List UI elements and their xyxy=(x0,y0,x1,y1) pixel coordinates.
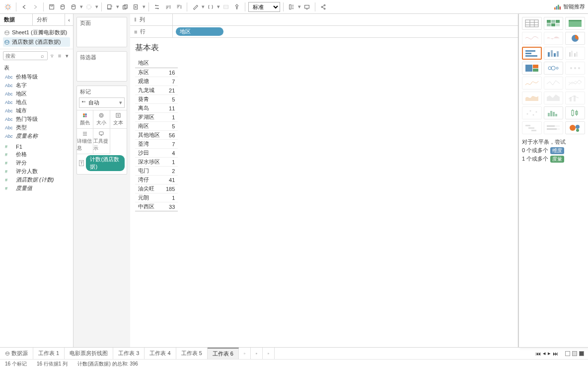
field-dimension[interactable]: Abc名字 xyxy=(3,81,73,90)
table-row[interactable]: 九龙城21 xyxy=(135,86,178,95)
sheet-tab[interactable]: 工作表 3 xyxy=(113,348,145,359)
undo-icon[interactable] xyxy=(19,2,29,12)
show-me-histogram[interactable] xyxy=(544,106,564,119)
refresh-icon[interactable] xyxy=(69,2,78,12)
marks-text[interactable]: 文本 xyxy=(110,110,127,129)
highlight-icon[interactable] xyxy=(190,2,200,12)
sheet-tab[interactable]: 工作表 5 xyxy=(176,348,208,359)
group-icon[interactable] xyxy=(206,2,216,12)
show-me-scatter[interactable] xyxy=(522,106,542,119)
new-datasource-icon[interactable] xyxy=(58,2,68,12)
show-me-bullet[interactable] xyxy=(544,121,564,134)
view-toggle-icon[interactable]: ≡ xyxy=(57,53,63,59)
show-me-area-c[interactable] xyxy=(522,92,542,104)
field-measure[interactable]: #评分 xyxy=(3,159,73,167)
field-measure[interactable]: #度量值 xyxy=(3,184,73,192)
field-measure[interactable]: #F1 xyxy=(3,143,73,150)
redo-icon[interactable] xyxy=(30,2,40,12)
table-row[interactable]: 东区16 xyxy=(135,68,178,77)
viz-title[interactable]: 基本表 xyxy=(135,43,513,53)
chevron-down-icon[interactable]: ▾ xyxy=(297,3,301,10)
marks-size[interactable]: 大小 xyxy=(93,110,110,129)
field-dimension[interactable]: Abc价格等级 xyxy=(3,73,73,81)
show-me-hbar[interactable] xyxy=(522,47,542,60)
marks-type-select[interactable]: 自动 ▾ xyxy=(79,97,125,108)
new-sheet-button[interactable] xyxy=(239,348,251,359)
swap-icon[interactable] xyxy=(152,2,162,12)
show-me-map-fill[interactable] xyxy=(544,32,564,45)
field-dimension[interactable]: Abc热门等级 xyxy=(3,115,73,123)
show-me-heat[interactable] xyxy=(544,17,564,30)
field-measure[interactable]: #酒店数据 (计数) xyxy=(3,176,73,184)
field-dimension[interactable]: Abc地区 xyxy=(3,90,73,98)
chevron-down-icon[interactable]: ▾ xyxy=(201,3,205,10)
show-me-line-c[interactable] xyxy=(522,77,542,90)
tab-analysis[interactable]: 分析 xyxy=(33,14,66,25)
filter-icon[interactable]: ▿ xyxy=(49,53,55,59)
clear-icon[interactable] xyxy=(131,2,141,12)
tab-nav[interactable]: ⏮◂▸⏭ xyxy=(531,348,588,359)
share-icon[interactable] xyxy=(318,2,328,12)
new-worksheet-icon[interactable] xyxy=(105,2,115,12)
table-row[interactable]: 沙田4 xyxy=(135,149,178,158)
chevron-down-icon[interactable]: ▾ xyxy=(64,53,70,59)
show-me-gantt[interactable] xyxy=(522,121,542,134)
show-me-dual-line[interactable] xyxy=(565,77,585,90)
show-me-vbar[interactable] xyxy=(544,47,564,60)
show-me-packed[interactable] xyxy=(565,121,585,134)
table-row[interactable]: 罗湖区1 xyxy=(135,113,178,122)
rows-pill-region[interactable]: 地区 xyxy=(176,27,223,36)
save-icon[interactable] xyxy=(47,2,57,12)
show-me-sidebyside[interactable] xyxy=(565,47,585,60)
field-measure[interactable]: #评分人数 xyxy=(3,167,73,176)
show-me-circleview[interactable] xyxy=(544,62,564,75)
totals-icon[interactable] xyxy=(221,2,231,12)
table-row[interactable]: 观塘7 xyxy=(135,77,178,86)
marks-color[interactable]: 颜色 xyxy=(77,110,93,129)
table-row[interactable]: 油尖旺185 xyxy=(135,184,178,193)
show-me-sidecircle[interactable] xyxy=(565,62,585,75)
presentation-icon[interactable] xyxy=(302,2,312,12)
show-me-table[interactable] xyxy=(522,17,542,30)
sort-desc-icon[interactable] xyxy=(174,2,184,12)
marks-tooltip[interactable]: 工具提示 xyxy=(93,129,110,154)
view-filmstrip-icon[interactable] xyxy=(572,351,577,356)
sheet-tab[interactable]: 工作表 4 xyxy=(145,348,176,359)
show-me-line-d[interactable] xyxy=(544,77,564,90)
new-dashboard-button[interactable] xyxy=(251,348,263,359)
table-row[interactable]: 湾仔41 xyxy=(135,176,178,184)
pin-icon[interactable] xyxy=(232,2,242,12)
field-dimension[interactable]: Abc度量名称 xyxy=(3,132,73,140)
sheet-tab[interactable]: 电影票房折线图 xyxy=(65,348,113,359)
table-row[interactable]: 深水埗区1 xyxy=(135,158,178,167)
sheet-tab[interactable]: 工作表 1 xyxy=(33,348,65,359)
view-sort-icon[interactable] xyxy=(579,351,584,356)
table-row[interactable]: 屯门2 xyxy=(135,167,178,176)
show-me-dual-combo[interactable] xyxy=(565,92,585,104)
show-me-map-sym[interactable] xyxy=(522,32,542,45)
new-story-button[interactable] xyxy=(263,348,275,359)
fit-select[interactable]: 标准 xyxy=(248,2,280,12)
chevron-down-icon[interactable]: ▾ xyxy=(142,3,146,10)
view-tabs-icon[interactable] xyxy=(565,351,570,356)
table-row[interactable]: 葵青5 xyxy=(135,95,178,104)
tab-data[interactable]: 数据 xyxy=(0,14,33,25)
duplicate-icon[interactable] xyxy=(120,2,130,12)
table-row[interactable]: 南区5 xyxy=(135,122,178,131)
rows-shelf[interactable]: ≡行 地区 xyxy=(130,26,518,38)
field-dimension[interactable]: Abc城市 xyxy=(3,106,73,115)
table-row[interactable]: 离岛11 xyxy=(135,104,178,113)
sort-asc-icon[interactable] xyxy=(163,2,173,12)
tableau-logo-icon[interactable] xyxy=(3,2,13,12)
chevron-down-icon[interactable]: ▾ xyxy=(217,3,220,10)
show-me-boxplot[interactable] xyxy=(565,106,585,119)
table-row[interactable]: 荃湾7 xyxy=(135,140,178,149)
table-row[interactable]: 元朗1 xyxy=(135,193,178,202)
show-me-pie[interactable] xyxy=(565,32,585,45)
search-input[interactable]: ⌕ xyxy=(3,51,48,60)
table-row[interactable]: 中西区33 xyxy=(135,202,178,211)
field-dimension[interactable]: Abc类型 xyxy=(3,123,73,132)
columns-shelf[interactable]: ⦀列 xyxy=(130,14,518,26)
pause-icon[interactable] xyxy=(84,2,94,12)
show-me-area-d[interactable] xyxy=(544,92,564,104)
